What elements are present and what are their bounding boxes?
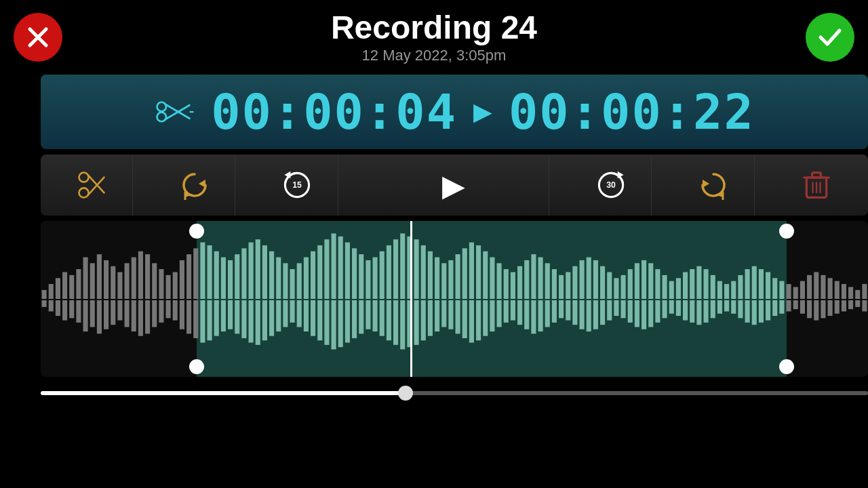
waveform-canvas — [41, 221, 868, 377]
scissors-icon — [154, 98, 195, 125]
trim-left-handle-top[interactable] — [189, 224, 204, 239]
skip-back-icon: 15 — [282, 170, 312, 200]
controls-bar-wrapper: 15 ▶ 30 — [0, 155, 868, 216]
time-display-bar: 00:00:04 ▶ 00:00:22 — [41, 75, 868, 149]
cancel-button[interactable] — [14, 13, 62, 62]
svg-point-7 — [79, 173, 89, 182]
trim-right-handle-top[interactable] — [779, 224, 794, 239]
svg-marker-20 — [703, 180, 709, 188]
time-start: 00:00:04 — [211, 83, 457, 140]
scrubber-wrapper — [0, 384, 868, 403]
waveform-container[interactable] — [41, 221, 868, 377]
playhead[interactable] — [410, 221, 412, 377]
svg-marker-11 — [199, 180, 205, 188]
waveform-wrapper — [0, 221, 868, 377]
cut-button[interactable] — [52, 155, 133, 216]
controls-bar: 15 ▶ 30 — [41, 155, 868, 216]
svg-point-8 — [79, 188, 89, 197]
trim-right-handle-bottom[interactable] — [779, 359, 794, 374]
svg-text:30: 30 — [606, 180, 616, 190]
checkmark-icon — [816, 24, 844, 51]
trim-left-handle-bottom[interactable] — [189, 359, 204, 374]
x-icon — [24, 24, 52, 51]
svg-line-10 — [88, 178, 104, 195]
recording-date: 12 May 2022, 3:05pm — [331, 47, 537, 64]
time-end: 00:00:22 — [509, 83, 755, 140]
skip-forward-30-button[interactable]: 30 — [570, 155, 652, 216]
scissors-ctrl-icon — [77, 170, 106, 200]
svg-text:15: 15 — [292, 180, 302, 190]
delete-button[interactable] — [776, 155, 857, 216]
loop-start-button[interactable] — [154, 155, 235, 216]
loop-end-button[interactable] — [673, 155, 755, 216]
scrubber-container — [41, 384, 868, 403]
skip-forward-icon: 30 — [596, 170, 626, 200]
play-button[interactable]: ▶ — [359, 155, 549, 216]
scrubber-input[interactable] — [41, 391, 868, 395]
trash-icon — [802, 170, 831, 200]
time-bar-wrapper: 00:00:04 ▶ 00:00:22 — [0, 75, 868, 149]
svg-line-9 — [88, 175, 104, 192]
page-title: Recording 24 — [331, 10, 537, 46]
confirm-button[interactable] — [806, 13, 854, 62]
header-title-group: Recording 24 12 May 2022, 3:05pm — [331, 10, 537, 65]
skip-back-15-button[interactable]: 15 — [257, 155, 338, 216]
loop-start-icon — [180, 170, 210, 200]
svg-rect-25 — [812, 173, 821, 178]
play-position-arrow: ▶ — [473, 98, 492, 126]
loop-end-icon — [698, 170, 728, 200]
header: Recording 24 12 May 2022, 3:05pm — [0, 0, 868, 75]
